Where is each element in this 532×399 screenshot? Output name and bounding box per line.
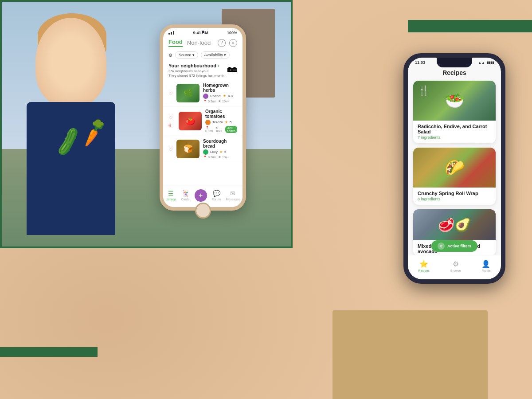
recipe-ingredients-1: 7 ingredients [418,135,491,140]
accent-bar-top [408,20,532,32]
listing-heart-3[interactable]: ♡ [168,145,173,153]
recipes-header: Recipes [408,66,501,81]
phone2-notch [437,58,472,67]
listing-meta2-2: 📍 0.3mi 👁 10k+ Just added [205,126,237,133]
nav-recipes[interactable]: ⭐ Recipes [419,260,430,272]
browse-icon: ⚙ [453,260,459,268]
phone2: 11:03 ▲▲ ▮▮▮▮ Recipes 🍴 🥗 Radicchio, End [403,53,505,284]
listing-info-2: Organic tomatoes Tereza ★ 5 📍 0.3mi 👁 10… [205,109,237,133]
listing-info-3: Sourdough bread Lucy ★ 5 📍 0.3mi 👁 10k+ [203,139,237,159]
recipe-info-2: Crunchy Spring Roll Wrap 8 ingredients [413,188,496,205]
filter-icon: ⚙ [168,53,172,58]
cards-icon: 🃏 [182,190,189,197]
listing-meta-3: Lucy ★ 5 [203,149,237,155]
home-button[interactable] [195,203,211,219]
forum-label: Forum [212,198,221,201]
heart-icon-3[interactable]: ♡ [168,147,173,152]
recipes-nav-icon: ⭐ [419,260,428,268]
tab-food[interactable]: Food [168,39,183,47]
nav-forum[interactable]: 💬 Forum [212,190,221,201]
listing-heart-2[interactable]: ♡ 6 [168,113,175,129]
active-filters-label: Active filters [447,244,471,248]
listing-thumb-tomatoes: 🍅 [179,112,202,130]
menu-icon[interactable]: ≡ [229,39,237,47]
browse-label: Browse [450,269,461,272]
count-3: 👁 10k+ [218,156,229,159]
rating-2: 5 [230,120,231,124]
count-1: 👁 10k+ [218,100,229,103]
listing-meta-1: Rachel ★ 4.8 [203,94,237,99]
phone1-camera [202,31,204,33]
heart-icon-2[interactable]: ♡ 6 [168,115,173,128]
app-tabs: Food Non-food [168,39,211,47]
nav-cards[interactable]: 🃏 Cards [181,190,190,201]
tab-nonfood[interactable]: Non-food [187,39,211,46]
recipe-info-1: Radicchio, Endive, and Carrot Salad 7 in… [413,121,496,143]
signal-bar-1 [168,33,170,35]
recipe-name-1: Radicchio, Endive, and Carrot Salad [418,124,491,134]
phone1-screen: 9:41 AM 100% Food Non-food ? ≡ ⚙ Source [163,28,243,207]
nav-profile[interactable]: 👤 Profile [481,260,490,272]
signal-bar-3 [173,31,174,35]
star-icon-1: ★ [223,94,226,98]
listing-meta2-1: 📍 0.2mi 👁 10k+ [203,100,237,103]
heart-icon-1[interactable]: ♡ [168,91,173,96]
phone2-container: 11:03 ▲▲ ▮▮▮▮ Recipes 🍴 🥗 Radicchio, End [403,53,505,284]
distance-1: 📍 0.2mi [203,100,215,103]
listing-item[interactable]: ♡ 🌿 Homegrown herbs Rachel ★ 4.8 📍 0.2mi [163,80,243,106]
help-icon[interactable]: ? [218,39,226,47]
listings-label: Listings [166,198,176,201]
seller-name-3: Lucy [210,150,218,154]
cards-label: Cards [181,198,190,201]
phone2-screen: 11:03 ▲▲ ▮▮▮▮ Recipes 🍴 🥗 Radicchio, End [408,58,501,279]
listing-info-1: Homegrown herbs Rachel ★ 4.8 📍 0.2mi 👁 1… [203,83,237,103]
recipe-img-wrap: 🌮 [413,148,496,188]
recipe-name-2: Crunchy Spring Roll Wrap [418,191,491,196]
badge-new: Just added [225,126,237,133]
profile-label: Profile [481,269,490,272]
seller-avatar-2 [205,120,211,125]
listing-thumb-bread: 🍞 [176,140,200,158]
neighbourhood-text: Your neighbourhood › 35k neighbours near… [168,63,224,78]
battery-icon: ▮▮▮▮ [487,61,494,65]
rating-3: 5 [224,150,226,154]
nav-browse[interactable]: ⚙ Browse [450,260,461,272]
messages-label: Messages [226,198,240,201]
star-icon-2: ★ [225,120,228,124]
source-filter[interactable]: Source ▾ [175,51,198,59]
seller-name-1: Rachel [210,94,221,98]
listing-item-2[interactable]: ♡ 6 🍅 Organic tomatoes Tereza ★ 5 📍 0.3m… [163,106,243,136]
hero-photo: 🥒🥕 [0,0,293,248]
count-2: 👁 10k+ [215,126,222,133]
seller-avatar-3 [203,149,208,155]
distance-3: 📍 0.3mi [203,156,215,159]
nav-listings[interactable]: ☰ Listings [166,190,176,201]
neighbourhood-subtitle: 35k neighbours near you! They shared 972… [168,69,224,78]
filter-bar: ⚙ Source ▾ Availability ▾ [163,50,243,60]
recipe-card-1[interactable]: 🍴 🥗 Radicchio, Endive, and Carrot Salad … [413,81,496,143]
availability-filter[interactable]: Availability ▾ [201,51,230,59]
recipes-nav-label: Recipes [419,269,430,272]
listing-title-1: Homegrown herbs [203,83,237,93]
neighbourhood-icon: 🏘 [227,63,237,74]
recipe-card-2[interactable]: 🌮 Crunchy Spring Roll Wrap 8 ingredients [413,148,496,205]
arrow-icon: › [218,63,219,68]
accent-bar-bottom [0,347,98,357]
recipe-img-steak: 🥩🥑 [413,209,496,240]
phone1-container: 9:41 AM 100% Food Non-food ? ≡ ⚙ Source [160,24,246,211]
listing-item-3[interactable]: ♡ 🍞 Sourdough bread Lucy ★ 5 📍 0.3mi [163,136,243,162]
app-icons: ? ≡ [218,39,237,47]
nav-messages[interactable]: ✉ Messages [226,190,240,201]
seller-name-2: Tereza [212,120,223,124]
active-filters-badge[interactable]: 2 Active filters [431,240,477,252]
status-time-2: 11:03 [415,60,425,65]
seller-avatar-1 [203,94,208,99]
add-button[interactable]: + [195,189,207,202]
listing-heart-1[interactable]: ♡ [168,89,173,97]
recipes-title: Recipes [415,69,494,76]
forum-icon: 💬 [213,190,220,197]
person-face [35,18,106,106]
neighbourhood-title[interactable]: Your neighbourhood › [168,63,224,68]
app-header: Food Non-food ? ≡ [163,37,243,50]
neighbourhood-section: Your neighbourhood › 35k neighbours near… [163,60,243,80]
